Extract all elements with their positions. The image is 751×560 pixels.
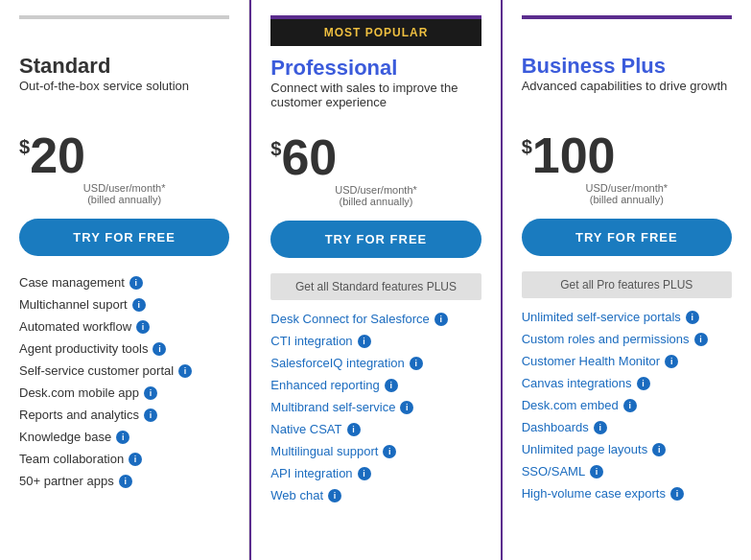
pricing-table: StandardOut-of-the-box service solution$… (0, 0, 751, 560)
price-block-business: $100 (522, 130, 732, 180)
feature-label: 50+ partner apps (19, 474, 114, 488)
info-icon: i (670, 487, 684, 501)
price-dollar-professional: $ (270, 138, 281, 160)
feature-item: CTI integrationi (270, 330, 481, 352)
badge-spacer (522, 19, 732, 54)
plan-business: Business PlusAdvanced capabilities to dr… (503, 0, 751, 560)
feature-item: Agent productivity toolsi (19, 338, 229, 360)
feature-item: Enhanced reportingi (270, 374, 481, 396)
feature-label: Self-service customer portal (19, 363, 174, 378)
feature-item: Self-service customer portali (19, 360, 229, 382)
feature-label: Web chat (270, 488, 323, 502)
feature-item: Reports and analyticsi (19, 404, 229, 426)
plan-desc-business: Advanced capabilities to drive growth (522, 79, 732, 121)
plan-desc-standard: Out-of-the-box service solution (19, 79, 229, 121)
info-icon: i (144, 408, 157, 422)
most-popular-badge: MOST POPULAR (270, 19, 481, 46)
try-btn-standard[interactable]: TRY FOR FREE (19, 219, 229, 256)
plan-desc-professional: Connect with sales to improve the custom… (270, 81, 481, 123)
info-icon: i (594, 421, 607, 434)
feature-label: Multilingual support (270, 444, 378, 458)
feature-label: Desk.com mobile app (19, 385, 139, 400)
feature-label: SSO/SAML (522, 464, 585, 478)
feature-item: Dashboardsi (522, 416, 732, 438)
try-btn-business[interactable]: TRY FOR FREE (522, 219, 732, 256)
feature-item: SalesforceIQ integrationi (270, 352, 481, 374)
feature-item: Customer Health Monitori (522, 350, 732, 372)
info-icon: i (410, 357, 423, 370)
features-list-professional: Desk Connect for SalesforceiCTI integrat… (270, 308, 481, 506)
price-block-standard: $20 (19, 130, 229, 180)
info-icon: i (116, 431, 129, 444)
features-label-business: Get all Pro features PLUS (522, 271, 732, 298)
feature-item: Native CSATi (270, 418, 481, 440)
feature-item: Automated workflowi (19, 315, 229, 338)
feature-item: Unlimited page layoutsi (522, 438, 732, 460)
feature-item: Desk Connect for Salesforcei (270, 308, 481, 330)
info-icon: i (132, 298, 146, 312)
price-block-professional: $60 (270, 132, 481, 182)
feature-item: 50+ partner appsi (19, 470, 229, 492)
feature-label: SalesforceIQ integration (270, 356, 404, 370)
feature-item: Unlimited self-service portalsi (522, 306, 732, 328)
price-dollar-standard: $ (19, 136, 30, 158)
price-amount-standard: 20 (30, 130, 85, 180)
feature-item: Desk.com embedi (522, 394, 732, 416)
plan-standard: StandardOut-of-the-box service solution$… (0, 0, 249, 560)
feature-item: SSO/SAMLi (522, 460, 732, 482)
feature-label: Enhanced reporting (270, 378, 379, 392)
feature-label: Team collaboration (19, 452, 124, 466)
feature-label: Multibrand self-service (270, 400, 395, 414)
info-icon: i (434, 313, 448, 326)
info-icon: i (694, 333, 708, 346)
feature-label: Desk.com embed (522, 398, 619, 412)
info-icon: i (686, 311, 699, 324)
feature-label: Unlimited page layouts (522, 442, 648, 456)
features-list-business: Unlimited self-service portalsiCustom ro… (522, 306, 732, 504)
price-meta-standard: USD/user/month*(billed annually) (19, 182, 229, 205)
info-icon: i (358, 335, 371, 348)
price-meta-business: USD/user/month*(billed annually) (522, 182, 732, 205)
info-icon: i (358, 467, 371, 480)
features-label-professional: Get all Standard features PLUS (270, 273, 481, 300)
info-icon: i (590, 465, 603, 478)
info-icon: i (400, 401, 413, 414)
feature-label: Desk Connect for Salesforce (270, 312, 429, 326)
info-icon: i (347, 423, 361, 436)
info-icon: i (383, 445, 396, 458)
feature-label: Canvas integrations (522, 376, 632, 390)
feature-label: Multichannel suport (19, 297, 128, 312)
feature-item: Team collaborationi (19, 448, 229, 470)
info-icon: i (178, 364, 192, 378)
feature-item: API integrationi (270, 462, 481, 484)
info-icon: i (623, 399, 637, 412)
info-icon: i (136, 320, 150, 334)
info-icon: i (665, 355, 678, 368)
feature-label: Customer Health Monitor (522, 354, 661, 368)
feature-item: High-volume case exportsi (522, 482, 732, 504)
plan-title-standard: Standard (19, 54, 229, 79)
price-amount-professional: 60 (281, 132, 337, 182)
info-icon: i (637, 377, 650, 390)
features-list-standard: Case managementiMultichannel suportiAuto… (19, 271, 229, 492)
info-icon: i (119, 475, 132, 488)
feature-item: Canvas integrationsi (522, 372, 732, 394)
feature-label: CTI integration (270, 334, 352, 348)
info-icon: i (129, 453, 142, 466)
price-dollar-business: $ (522, 136, 532, 158)
feature-item: Multilingual supporti (270, 440, 481, 462)
feature-label: API integration (270, 466, 352, 480)
feature-label: Agent productivity tools (19, 341, 148, 356)
info-icon: i (129, 276, 143, 290)
info-icon: i (328, 489, 341, 502)
plan-professional: MOST POPULARProfessionalConnect with sal… (249, 0, 502, 560)
feature-label: Case management (19, 275, 125, 290)
info-icon: i (385, 379, 398, 392)
feature-label: Native CSAT (270, 422, 341, 436)
price-meta-professional: USD/user/month*(billed annually) (270, 184, 481, 207)
price-amount-business: 100 (532, 130, 616, 180)
feature-label: High-volume case exports (522, 486, 666, 501)
feature-item: Case managementi (19, 271, 229, 293)
try-btn-professional[interactable]: TRY FOR FREE (270, 221, 481, 258)
feature-label: Custom roles and permissions (522, 332, 690, 346)
